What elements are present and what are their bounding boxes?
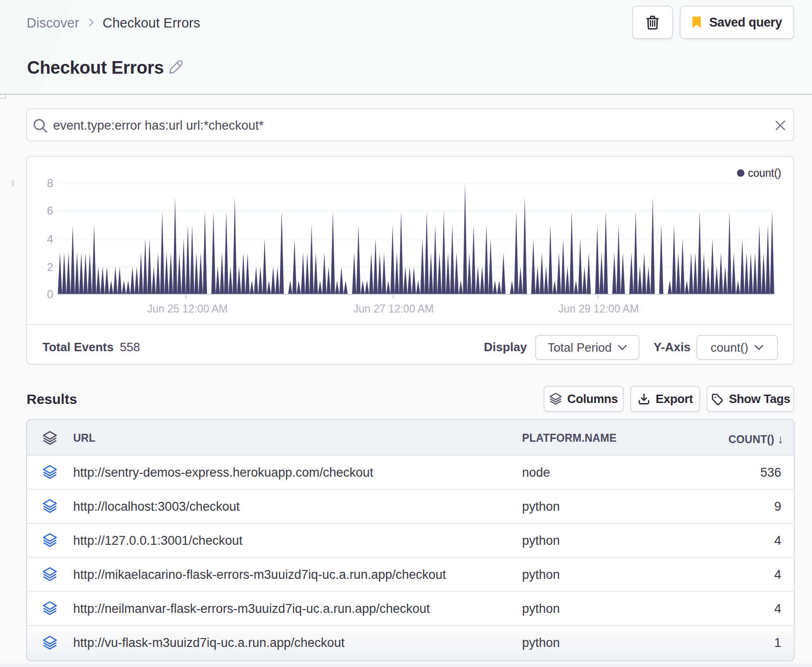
svg-text:6: 6 — [47, 204, 53, 217]
svg-text:Jun 27 12:00 AM: Jun 27 12:00 AM — [353, 303, 434, 315]
svg-text:Jun 29 12:00 AM: Jun 29 12:00 AM — [558, 303, 639, 315]
svg-text:Jun 25 12:00 AM: Jun 25 12:00 AM — [147, 303, 228, 315]
svg-text:8: 8 — [47, 177, 53, 189]
svg-text:4: 4 — [47, 233, 53, 245]
svg-text:0: 0 — [47, 288, 53, 300]
svg-text:count(): count() — [748, 167, 781, 179]
svg-text:2: 2 — [47, 261, 53, 273]
